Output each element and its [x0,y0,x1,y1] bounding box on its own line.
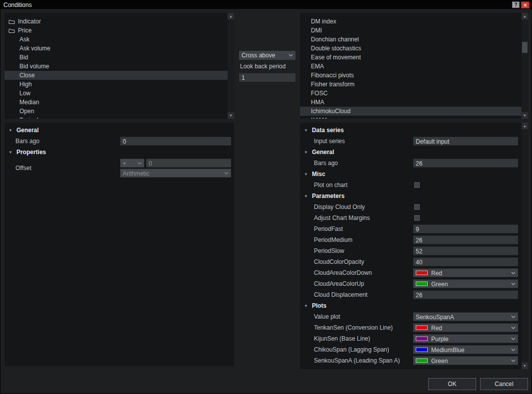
property-input-input-series[interactable] [413,137,518,146]
property-input-periodfast[interactable] [413,225,518,233]
indicator-item-donchian-channel[interactable]: Donchian channel [300,35,522,44]
property-input-bars-ago[interactable] [413,159,518,168]
color-dropdown-cloudareacolordown[interactable]: Red [413,269,518,277]
collapse-triangle-icon[interactable]: ▼ [8,150,12,155]
indicator-item-fisher-transform[interactable]: Fisher transform [300,80,522,89]
close-button[interactable]: × [521,1,530,8]
section-data-series[interactable]: ▼Data series [300,125,522,136]
title-bar[interactable]: Conditions ? × [0,0,532,9]
help-button[interactable]: ? [512,1,520,8]
color-dropdown-senkouspana-leading-span-a[interactable]: Green [413,357,518,365]
tree-item-open[interactable]: Open [4,107,228,116]
property-checkbox-display-cloud-only[interactable] [414,204,420,210]
property-row-senkouspana-leading-span-a: SenkouSpanA (Leading Span A)Green [300,355,522,366]
indicator-item-dm-index[interactable]: DM index [300,17,522,26]
property-row-cloudareacolordown: CloudAreaColorDownRed [300,267,522,278]
section-properties[interactable]: ▼ Properties [4,147,234,158]
property-dropdown-value-plot[interactable]: SenkouSpanA [413,313,518,321]
property-input-cloud-displacement[interactable] [413,291,518,299]
offset-sign-dropdown[interactable]: + [120,159,144,168]
section-general[interactable]: ▼ General [4,125,234,136]
property-input-periodmedium[interactable] [413,236,518,244]
collapse-triangle-icon[interactable]: ▼ [8,128,12,133]
indicator-item-kama[interactable]: KAMA [300,116,522,119]
indicator-item-dmi[interactable]: DMI [300,26,522,35]
tree-item-close[interactable]: Close [4,71,228,80]
ok-button[interactable]: OK [428,378,476,390]
scroll-down-icon[interactable]: ▼ [522,363,528,369]
indicator-item-double-stochastics[interactable]: Double stochastics [300,44,522,53]
tree-item-label: Median [19,98,39,107]
scroll-up-icon[interactable]: ▲ [228,13,234,19]
property-label: PeriodMedium [314,236,352,243]
scrollbar-thumb[interactable] [522,42,528,53]
property-input-periodslow[interactable] [413,247,518,255]
indicator-scrollbar[interactable]: ▲ ▼ [522,13,528,119]
property-label: CloudAreaColorUp [314,280,364,287]
tree-folder-indicator[interactable]: Indicator [4,17,228,26]
tree-item-low[interactable]: Low [4,89,228,98]
property-row-chikouspan-lagging-span: ChikouSpan (Lagging Span)MediumBlue [300,344,522,355]
collapse-triangle-icon[interactable]: ▼ [304,194,308,198]
section-label: Parameters [312,193,344,199]
scrollbar-track[interactable] [522,129,528,363]
scroll-down-icon[interactable]: ▼ [522,112,528,119]
collapse-triangle-icon[interactable]: ▼ [304,304,308,308]
property-checkbox-adjust-chart-margins[interactable] [414,215,420,221]
folder-icon [8,19,15,24]
indicator-list-panel: DM indexDMIDonchian channelDouble stocha… [300,13,528,119]
color-swatch [416,271,428,275]
tree-item-bid[interactable]: Bid [4,53,228,62]
property-label: Bars ago [314,160,338,167]
section-misc[interactable]: ▼Misc [300,169,522,180]
tree-item-ask-volume[interactable]: Ask volume [4,44,228,53]
bars-ago-input[interactable] [120,137,231,146]
operator-column: Cross above Look back period [239,13,295,119]
property-value-cell: Purple [413,335,518,343]
chevron-down-icon [137,162,142,165]
collapse-triangle-icon[interactable]: ▼ [304,172,308,177]
scroll-down-icon[interactable]: ▼ [228,112,234,119]
property-row-kijunsen-base-line: KijunSen (Base Line)Purple [300,333,522,344]
scrollbar-track[interactable] [522,19,528,112]
tree-item-bid-volume[interactable]: Bid volume [4,62,228,71]
tree-item-typical[interactable]: Typical [4,116,228,119]
collapse-triangle-icon[interactable]: ▼ [304,128,308,133]
chevron-down-icon [511,359,516,362]
scroll-up-icon[interactable]: ▲ [522,123,528,129]
property-row-plot-on-chart: Plot on chart [300,180,522,191]
property-input-cloudcoloropacity[interactable] [413,258,518,266]
offset-value-input[interactable] [146,159,231,168]
chevron-down-icon [511,337,516,340]
indicator-item-ease-of-movement[interactable]: Ease of movement [300,53,522,62]
indicator-item-ichimokucloud[interactable]: IchimokuCloud [300,107,522,116]
property-checkbox-plot-on-chart[interactable] [414,183,420,188]
cancel-button[interactable]: Cancel [480,378,528,390]
tree-folder-price[interactable]: Price [4,26,228,35]
indicator-item-hma[interactable]: HMA [300,98,522,107]
look-back-input[interactable] [239,73,295,82]
tree-item-high[interactable]: High [4,80,228,89]
offset-mode-dropdown[interactable]: Arithmetic [120,169,231,178]
section-plots[interactable]: ▼Plots [300,300,522,311]
property-label: PeriodSlow [314,247,344,254]
collapse-triangle-icon[interactable]: ▼ [304,150,308,155]
property-scrollbar[interactable]: ▲ ▼ [522,123,528,369]
operator-dropdown[interactable]: Cross above [239,51,295,60]
tree-scrollbar[interactable]: ▲ ▼ [228,13,234,119]
color-dropdown-chikouspan-lagging-span[interactable]: MediumBlue [413,346,518,354]
scrollbar-track[interactable] [228,19,234,112]
dropdown-value: Green [431,357,511,364]
property-row-input-series: Input series [300,136,522,147]
tree-item-ask[interactable]: Ask [4,35,228,44]
color-dropdown-cloudareacolorup[interactable]: Green [413,280,518,288]
color-dropdown-tenkansen-conversion-line[interactable]: Red [413,324,518,332]
indicator-item-fosc[interactable]: FOSC [300,89,522,98]
section-parameters[interactable]: ▼Parameters [300,191,522,201]
tree-item-median[interactable]: Median [4,98,228,107]
indicator-item-fibonacci-pivots[interactable]: Fibonacci pivots [300,71,522,80]
indicator-item-ema[interactable]: EMA [300,62,522,71]
section-general[interactable]: ▼General [300,147,522,158]
scroll-up-icon[interactable]: ▲ [522,13,528,19]
color-dropdown-kijunsen-base-line[interactable]: Purple [413,335,518,343]
